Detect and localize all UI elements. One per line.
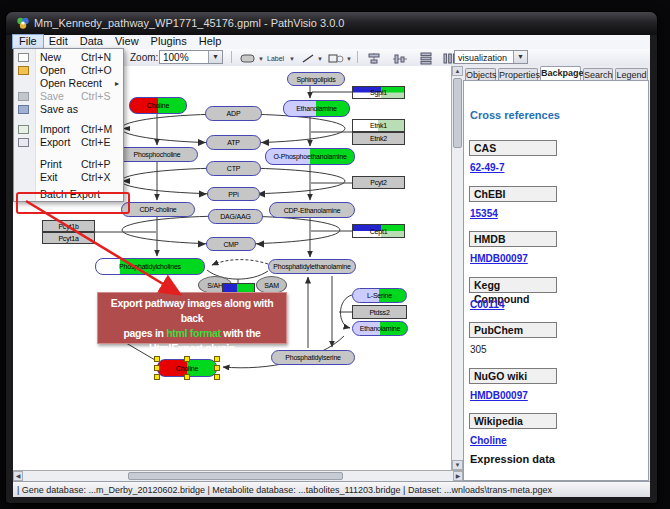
file-menu-item-batch-export[interactable]: Batch Export xyxy=(14,188,123,201)
statusbar-text: | Gene database: ...m_Derby_20120602.bri… xyxy=(17,485,552,495)
align-middle-icon[interactable] xyxy=(391,51,409,66)
tab-properties[interactable]: Properties xyxy=(498,68,538,80)
file-menu: NewCtrl+NOpenCtrl+OOpen Recent▸SaveCtrl+… xyxy=(13,48,124,202)
backpage-value: 305 xyxy=(470,344,487,355)
menubar-item-file[interactable]: File xyxy=(13,35,43,48)
chevron-down-icon[interactable]: ▼ xyxy=(513,51,527,63)
backpage-link[interactable]: HMDB00097 xyxy=(470,253,528,264)
file-menu-item-open-recent[interactable]: Open Recent▸ xyxy=(14,77,123,90)
backpage-panel: Cross references Expression data CAS62-4… xyxy=(463,80,649,481)
tab-legend[interactable]: Legend xyxy=(615,68,648,80)
selection-handle[interactable] xyxy=(214,365,220,371)
scroll-right-icon[interactable]: ▶ xyxy=(453,471,463,481)
menu-item-shortcut: Ctrl+O xyxy=(81,64,112,77)
pathway-node-cdp-choline[interactable]: CDP-choline xyxy=(121,202,195,217)
screenshot-root: Mm_Kennedy_pathway_WP1771_45176.gpml - P… xyxy=(0,0,670,509)
pathway-node-ethanolamine[interactable]: Ethanolamine xyxy=(283,100,350,117)
file-menu-item-exit[interactable]: ExitCtrl+X xyxy=(14,171,123,184)
align-center-icon[interactable] xyxy=(365,51,383,66)
selection-handle[interactable] xyxy=(214,374,220,380)
pathway-node-l-serine[interactable]: L-Serine xyxy=(352,288,407,303)
pathway-node-etnk1[interactable]: Etnk1 xyxy=(352,119,405,132)
pathway-node-pcyt1b[interactable]: Pcyt1b xyxy=(42,220,95,232)
selection-handle[interactable] xyxy=(154,356,160,362)
pathway-node-etnk2[interactable]: Etnk2 xyxy=(352,132,405,145)
menu-item-label: Save as xyxy=(40,103,78,116)
scrollbar-thumb[interactable] xyxy=(453,78,462,148)
pathway-node-sphingolipids[interactable]: Sphingolipids xyxy=(287,72,345,86)
backpage-section-nugo-wiki: NuGO wiki xyxy=(469,368,557,384)
expression-data-heading: Expression data xyxy=(470,453,555,465)
pathway-node-cmp[interactable]: CMP xyxy=(206,237,256,251)
menu-item-shortcut: Ctrl+P xyxy=(81,158,110,171)
pathway-node-pcyt2[interactable]: Pcyt2 xyxy=(352,176,405,189)
backpage-link[interactable]: 62-49-7 xyxy=(470,162,504,173)
selection-handle[interactable] xyxy=(154,365,160,371)
menubar-item-data[interactable]: Data xyxy=(74,35,109,48)
pathway-node-atp[interactable]: ATP xyxy=(206,135,261,150)
menubar-item-plugins[interactable]: Plugins xyxy=(145,35,193,48)
horizontal-scrollbar[interactable]: ◀ ▶ xyxy=(13,470,463,481)
line-tool-button[interactable]: ▼ xyxy=(299,51,325,66)
scrollbar-thumb[interactable] xyxy=(128,472,343,480)
pathway-node-sgpl1[interactable]: Sgpl1 xyxy=(352,86,405,99)
tab-search[interactable]: Search xyxy=(583,68,613,80)
file-menu-item-save-as[interactable]: Save as xyxy=(14,103,123,116)
zoom-combobox[interactable]: 100%▼ xyxy=(159,50,223,64)
pathway-node-phosphatidylserine[interactable]: Phosphatidylserine xyxy=(271,350,355,365)
shape-tool-button[interactable]: ▼ xyxy=(326,51,354,66)
file-menu-item-open[interactable]: OpenCtrl+O xyxy=(14,64,123,77)
pathway-node-phosphatidylcholines[interactable]: Phosphatidylcholines xyxy=(95,258,205,275)
tab-backpage[interactable]: Backpage xyxy=(540,66,581,80)
pathway-node-dag-aag[interactable]: DAG/AAG xyxy=(208,209,263,224)
file-menu-item-new[interactable]: NewCtrl+N xyxy=(14,51,123,64)
selection-handle[interactable] xyxy=(184,374,190,380)
titlebar[interactable]: Mm_Kennedy_pathway_WP1771_45176.gpml - P… xyxy=(6,12,657,35)
pathway-node-ptdss2[interactable]: Ptdss2 xyxy=(352,305,407,319)
import-icon xyxy=(18,125,29,134)
file-menu-item-print[interactable]: PrintCtrl+P xyxy=(14,158,123,171)
menu-item-label: Import xyxy=(40,123,70,136)
label-tool-button[interactable]: Label▼ xyxy=(265,51,297,66)
pathway-node-ethanolamine[interactable]: Ethanolamine xyxy=(352,321,408,336)
scroll-left-icon[interactable]: ◀ xyxy=(13,471,23,481)
pathway-node-cdp-ethanolamine[interactable]: CDP-Ethanolamine xyxy=(269,202,355,218)
menubar-item-help[interactable]: Help xyxy=(193,35,228,48)
pathway-node-pcyt1a[interactable]: Pcyt1a xyxy=(42,232,95,244)
pathway-node-adp[interactable]: ADP xyxy=(205,106,262,121)
visualization-combobox[interactable]: visualization▼ xyxy=(454,50,528,64)
menubar-item-edit[interactable]: Edit xyxy=(43,35,74,48)
vertical-scrollbar[interactable]: ▲ ▼ xyxy=(451,66,463,470)
backpage-link[interactable]: 15354 xyxy=(470,208,498,219)
menu-item-label: Print xyxy=(40,158,62,171)
pathway-node-phosphocholine[interactable]: Phosphocholine xyxy=(116,147,198,162)
menu-item-shortcut: Ctrl+N xyxy=(81,51,111,64)
scroll-up-icon[interactable]: ▲ xyxy=(452,66,463,76)
pathway-node-cept1[interactable]: Cept1 xyxy=(352,224,405,238)
scroll-down-icon[interactable]: ▼ xyxy=(452,460,463,470)
toolbar-separator xyxy=(231,51,232,63)
pathway-node-choline[interactable]: Choline xyxy=(129,97,187,114)
menu-item-shortcut: Ctrl+X xyxy=(81,171,110,184)
pathway-node-ctp[interactable]: CTP xyxy=(206,161,261,176)
backpage-link[interactable]: HMDB00097 xyxy=(470,390,528,401)
open-folder-icon xyxy=(18,66,29,75)
pathway-node-o-phosphoethanolamine[interactable]: O-Phosphoethanolamine xyxy=(265,148,355,165)
distribute-vertical-icon[interactable] xyxy=(417,51,435,66)
backpage-section-hmdb: HMDB xyxy=(469,231,557,247)
export-icon xyxy=(18,138,29,147)
file-menu-item-export[interactable]: ExportCtrl+E xyxy=(14,136,123,149)
menubar-item-view[interactable]: View xyxy=(109,35,145,48)
chevron-down-icon[interactable]: ▼ xyxy=(208,51,222,63)
selection-handle[interactable] xyxy=(184,356,190,362)
file-menu-item-import[interactable]: ImportCtrl+M xyxy=(14,123,123,136)
backpage-link[interactable]: C00114 xyxy=(470,299,504,310)
selection-handle[interactable] xyxy=(214,356,220,362)
pathway-node-ppi[interactable]: PPi xyxy=(207,187,260,201)
backpage-link[interactable]: Choline xyxy=(470,435,507,446)
gene-tool-button[interactable]: ▼ xyxy=(238,51,264,66)
menu-item-label: Export xyxy=(40,136,70,149)
pathway-node-phosphatidylethanolamine[interactable]: Phosphatidylethanolamine xyxy=(268,259,356,274)
selection-handle[interactable] xyxy=(154,374,160,380)
tab-objects[interactable]: Objects xyxy=(465,68,496,80)
